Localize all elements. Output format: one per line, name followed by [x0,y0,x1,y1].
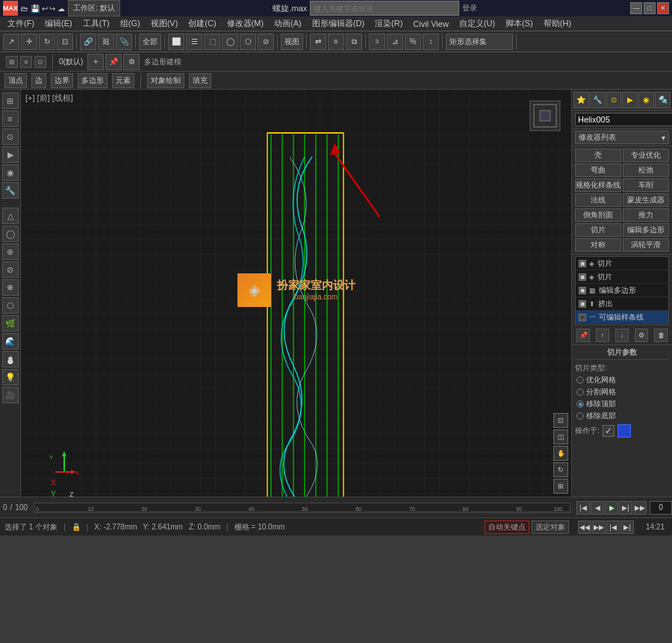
object-name-input[interactable]: Helix005 [575,113,672,126]
select-rect[interactable]: ⬚ [204,34,220,50]
configure-btn[interactable]: ⚙ [635,329,648,342]
configure-modifier[interactable]: ⚙ [123,54,140,70]
radio-split[interactable]: 分割网格 [576,387,669,397]
viewport[interactable]: [+] [前] [线框] [21,90,571,497]
rp-motion-btn[interactable]: ▶ [622,92,638,108]
menu-civil-view[interactable]: Civil View [408,18,452,30]
radio-circle-0[interactable] [576,376,584,384]
timeline-track[interactable]: 0 10 20 30 40 50 60 70 80 90 100 [34,503,570,513]
play-fwd-btn[interactable]: ▶ [605,501,618,515]
radio-circle-1[interactable] [576,388,584,396]
mod-btn-skin-wrap[interactable]: 蒙皮生成器 [623,193,669,207]
nav-end[interactable]: ▶| [620,521,634,534]
nav-prev[interactable]: ◀◀ [578,521,591,534]
maximize-btn[interactable]: □ [644,2,656,14]
snap-toggle[interactable]: 3 [369,34,385,50]
spinner-snap[interactable]: ↕ [423,34,439,50]
mod-btn-bend[interactable]: 弯曲 [575,164,621,177]
sidebar-icon1[interactable]: △ [2,208,19,224]
menu-modifier[interactable]: 修改器(M) [223,16,269,31]
mod-btn-lathe[interactable]: 车削 [623,178,669,192]
select-lasso[interactable]: ⊘ [258,34,274,50]
radio-optimize[interactable]: 优化网格 [576,375,669,385]
mod-btn-push[interactable]: 推力 [623,208,669,222]
select-obj-dropdown[interactable]: 选定对象 [532,521,569,534]
sidebar-icon10[interactable]: 💡 [2,369,19,385]
mod-btn-turbosmooth[interactable]: 涡轮平滑 [623,238,669,252]
auto-key-btn[interactable]: 自动关键点 [485,521,529,534]
sidebar-icon7[interactable]: 🌿 [2,315,19,332]
bind-tool[interactable]: 📎 [116,34,132,50]
modifier-list-dropdown[interactable]: 修改器列表 ▾ [575,131,669,144]
pin-modifier[interactable]: 📌 [105,54,122,70]
sidebar-modify[interactable]: ≡ [2,111,19,127]
maximize-vp[interactable]: ⊞ [553,479,568,494]
delete-modifier-btn[interactable]: 🗑 [654,329,668,342]
unlink-tool[interactable]: ⛓ [98,34,114,50]
fill[interactable]: 填充 [189,73,211,88]
rp-create-btn[interactable]: ⭐ [573,92,589,108]
nav-next[interactable]: ▶▶ [592,521,606,534]
sidebar-icon6[interactable]: ⬡ [2,297,19,314]
select-name[interactable]: ☰ [186,34,202,50]
mod-stack-item-4[interactable]: □ 〰 可编辑样条线 [576,311,668,324]
mod-btn-normal[interactable]: 法线 [575,193,621,207]
sidebar-motion[interactable]: ▶ [2,146,19,163]
menu-render[interactable]: 渲染(R) [370,16,407,31]
sidebar-display[interactable]: ◉ [2,164,19,181]
select-obj[interactable]: ⬜ [168,34,184,50]
sidebar-utilities[interactable]: 🔧 [2,182,19,199]
menu-script[interactable]: 脚本(S) [501,16,538,31]
mod-stack-item-0[interactable]: ■ ◈ 切片 [576,257,668,270]
rp-modify-btn[interactable]: 🔧 [590,92,606,108]
add-modifier[interactable]: + [87,54,104,70]
workspace-dropdown[interactable]: 工作区: 默认 [68,0,120,16]
named-selection[interactable]: 矩形选择集 [446,34,513,50]
mod-visible-1[interactable]: ■ [579,273,586,281]
sidebar-icon5[interactable]: ❋ [2,279,19,296]
operate-blue-btn[interactable] [617,424,631,438]
move-up-btn[interactable]: ↑ [596,329,609,342]
sidebar-icon11[interactable]: 🎥 [2,387,19,403]
mod-btn-optimize[interactable]: 专业优化 [623,149,669,162]
percent-snap[interactable]: % [405,34,421,50]
mod-btn-bevel-profile[interactable]: 倒角剖面 [575,208,621,222]
object-drawing[interactable]: 对象绘制 [147,73,184,88]
sub-border[interactable]: 边界 [51,73,73,88]
pan-view[interactable]: ✋ [553,446,568,461]
prev-frame-btn[interactable]: |◀ [576,501,590,515]
orbit-view[interactable]: ↻ [553,462,568,477]
radio-circle-3[interactable] [576,412,584,420]
sidebar-icon9[interactable]: ⛄ [2,351,19,367]
close-btn[interactable]: ✕ [657,2,669,14]
move-tool[interactable]: ✛ [21,34,37,50]
select-fence[interactable]: ⬡ [240,34,256,50]
rotate-tool[interactable]: ↻ [39,34,55,50]
mod-btn-symmetry[interactable]: 对称 [575,238,621,252]
mod-stack-item-1[interactable]: ■ ◈ 切片 [576,270,668,284]
search-input[interactable] [310,1,459,16]
link-tool[interactable]: 🔗 [80,34,96,50]
move-down-btn[interactable]: ↓ [615,329,629,342]
mod-btn-edit-poly[interactable]: 编辑多边形 [623,223,669,237]
radio-circle-2[interactable] [576,400,584,408]
create-tab[interactable]: ⊞ [6,56,18,68]
frame-input[interactable] [650,501,672,515]
sub-poly[interactable]: 多边形 [78,73,108,88]
menu-graph-editor[interactable]: 图形编辑器(D) [308,16,369,31]
mod-visible-4[interactable]: □ [579,314,586,321]
last-frame-btn[interactable]: ▶▶ [633,501,647,515]
mod-btn-normalize[interactable]: 规格化样条线 [575,178,621,192]
view-dropdown[interactable]: 视图 [281,34,303,50]
menu-view[interactable]: 视图(V) [146,16,183,31]
menu-customize[interactable]: 自定义(U) [455,16,500,31]
menu-file[interactable]: 文件(F) [3,16,39,31]
rp-utility-btn[interactable]: 🔩 [655,92,671,108]
sidebar-icon8[interactable]: 🌊 [2,333,19,350]
layer-tool[interactable]: ⧉ [346,34,362,50]
mod-btn-shell[interactable]: 壳 [575,149,621,162]
modify-tab[interactable]: ≡ [20,56,32,68]
zoom-extents[interactable]: ⊡ [553,413,568,428]
mod-stack-item-3[interactable]: ■ ⬆ 挤出 [576,297,668,311]
login-btn[interactable]: 登录 [462,3,477,13]
